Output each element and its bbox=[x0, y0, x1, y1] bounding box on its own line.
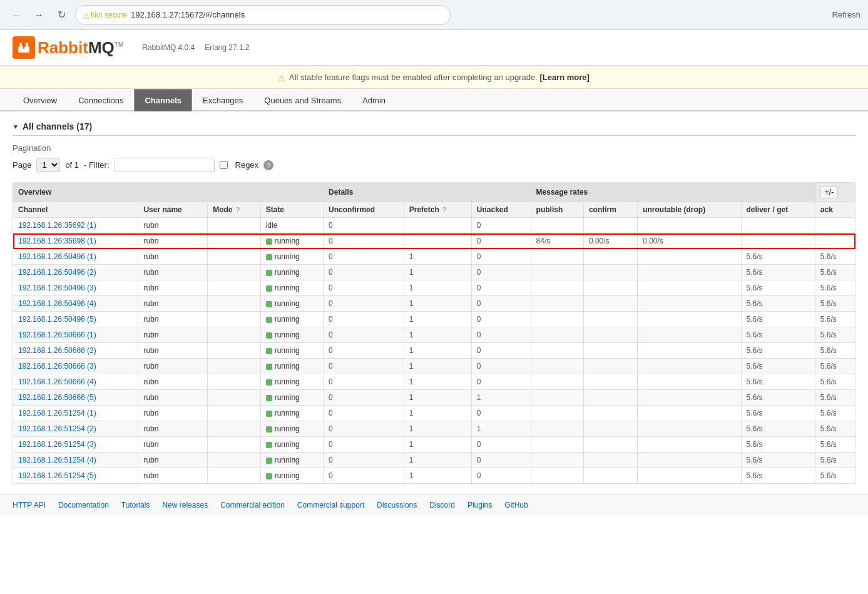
cell-deliver: 5.6/s bbox=[741, 249, 815, 265]
cell-state: running bbox=[260, 327, 323, 343]
regex-help-icon[interactable]: ? bbox=[263, 160, 273, 170]
channel-link[interactable]: 192.168.1.26:50496 (5) bbox=[18, 315, 96, 324]
footer-link[interactable]: Tutorials bbox=[121, 501, 150, 510]
collapse-triangle[interactable]: ▼ bbox=[13, 123, 19, 130]
channel-link[interactable]: 192.168.1.26:51254 (2) bbox=[18, 424, 96, 433]
cell-mode bbox=[208, 468, 261, 484]
plus-minus-cell[interactable]: +/- bbox=[815, 183, 855, 202]
forward-button[interactable]: → bbox=[30, 6, 48, 24]
footer-link[interactable]: Discussions bbox=[377, 501, 417, 510]
cell-mode bbox=[208, 406, 261, 421]
cell-publish bbox=[531, 437, 583, 453]
cell-mode bbox=[208, 453, 261, 468]
cell-unacked: 0 bbox=[471, 406, 531, 421]
learn-more-link[interactable]: [Learn more] bbox=[539, 73, 589, 82]
channel-link[interactable]: 192.168.1.26:50496 (3) bbox=[18, 284, 96, 292]
address-bar[interactable]: △ Not secure 192.168.1.27:15672/#/channe… bbox=[75, 5, 451, 25]
channel-link[interactable]: 192.168.1.26:51254 (4) bbox=[18, 456, 96, 464]
channel-link[interactable]: 192.168.1.26:50496 (2) bbox=[18, 268, 96, 277]
cell-unroutable bbox=[638, 374, 741, 390]
cell-prefetch: 1 bbox=[404, 249, 471, 265]
cell-confirm bbox=[583, 280, 637, 296]
channel-link[interactable]: 192.168.1.26:50496 (4) bbox=[18, 299, 96, 308]
channel-link[interactable]: 192.168.1.26:35692 (1) bbox=[18, 221, 96, 230]
tab-exchanges[interactable]: Exchanges bbox=[192, 89, 253, 111]
mode-help-icon[interactable]: ? bbox=[236, 207, 240, 213]
cell-state: running bbox=[260, 437, 323, 453]
footer-link[interactable]: GitHub bbox=[504, 501, 528, 510]
col-unroutable: unroutable (drop) bbox=[638, 202, 741, 218]
footer-link[interactable]: Documentation bbox=[58, 501, 109, 510]
cell-state: running bbox=[260, 421, 323, 437]
cell-channel: 192.168.1.26:50496 (5) bbox=[13, 312, 138, 327]
logo: RabbitMQTM bbox=[13, 36, 123, 59]
channel-link[interactable]: 192.168.1.26:35698 (1) bbox=[18, 237, 96, 245]
col-state: State bbox=[260, 202, 323, 218]
channel-link[interactable]: 192.168.1.26:51254 (3) bbox=[18, 440, 96, 449]
cell-deliver: 5.6/s bbox=[741, 453, 815, 468]
tab-admin[interactable]: Admin bbox=[352, 89, 396, 111]
back-button[interactable]: ← bbox=[8, 6, 25, 24]
channel-link[interactable]: 192.168.1.26:51254 (5) bbox=[18, 471, 96, 480]
status-dot bbox=[266, 254, 272, 260]
footer-link[interactable]: Discord bbox=[429, 501, 455, 510]
cell-username: rubn bbox=[138, 233, 208, 249]
reload-button[interactable]: ↻ bbox=[53, 6, 70, 24]
channel-link[interactable]: 192.168.1.26:50666 (4) bbox=[18, 377, 96, 386]
cell-channel: 192.168.1.26:50496 (4) bbox=[13, 296, 138, 312]
cell-username: rubn bbox=[138, 312, 208, 327]
regex-checkbox[interactable] bbox=[220, 161, 228, 169]
tab-overview[interactable]: Overview bbox=[13, 89, 68, 111]
cell-unroutable bbox=[638, 249, 741, 265]
cell-unacked: 0 bbox=[471, 327, 531, 343]
refresh-button[interactable]: Refresh bbox=[832, 10, 860, 19]
col-username: User name bbox=[138, 202, 208, 218]
channel-link[interactable]: 192.168.1.26:51254 (1) bbox=[18, 409, 96, 417]
channel-link[interactable]: 192.168.1.26:50496 (1) bbox=[18, 252, 96, 261]
channel-link[interactable]: 192.168.1.26:50666 (3) bbox=[18, 362, 96, 371]
tab-channels[interactable]: Channels bbox=[134, 89, 192, 111]
cell-username: rubn bbox=[138, 249, 208, 265]
table-row: 192.168.1.26:51254 (5) rubn running 0 1 … bbox=[13, 468, 855, 484]
cell-publish bbox=[531, 249, 583, 265]
cell-ack: 5.6/s bbox=[815, 374, 855, 390]
channel-link[interactable]: 192.168.1.26:50666 (5) bbox=[18, 393, 96, 402]
version-label: RabbitMQ 4.0.4 bbox=[142, 43, 195, 52]
cell-prefetch: 1 bbox=[404, 437, 471, 453]
channel-link[interactable]: 192.168.1.26:50666 (1) bbox=[18, 330, 96, 339]
cell-deliver: 5.6/s bbox=[741, 437, 815, 453]
footer-link[interactable]: New releases bbox=[162, 501, 208, 510]
cell-confirm bbox=[583, 327, 637, 343]
cell-publish bbox=[531, 296, 583, 312]
col-unconfirmed: Unconfirmed bbox=[324, 202, 404, 218]
cell-username: rubn bbox=[138, 453, 208, 468]
cell-unacked: 0 bbox=[471, 296, 531, 312]
footer-link[interactable]: Plugins bbox=[467, 501, 492, 510]
cell-unacked: 0 bbox=[471, 468, 531, 484]
cell-channel: 192.168.1.26:35692 (1) bbox=[13, 218, 138, 233]
filter-input[interactable] bbox=[115, 158, 215, 172]
cell-unroutable bbox=[638, 280, 741, 296]
cell-confirm bbox=[583, 390, 637, 406]
cell-unacked: 0 bbox=[471, 453, 531, 468]
channel-link[interactable]: 192.168.1.26:50666 (2) bbox=[18, 346, 96, 355]
status-dot bbox=[266, 426, 272, 433]
url-text: 192.168.1.27:15672/#/channels bbox=[131, 10, 245, 19]
footer-link[interactable]: Commercial support bbox=[297, 501, 364, 510]
tab-queues[interactable]: Queues and Streams bbox=[253, 89, 352, 111]
cell-ack: 5.6/s bbox=[815, 359, 855, 374]
tab-connections[interactable]: Connections bbox=[68, 89, 134, 111]
plus-minus-button[interactable]: +/- bbox=[820, 186, 838, 198]
prefetch-help-icon[interactable]: ? bbox=[442, 207, 446, 213]
header-meta: RabbitMQ 4.0.4 Erlang 27.1.2 bbox=[142, 43, 249, 52]
cell-confirm bbox=[583, 265, 637, 280]
col-unacked: Unacked bbox=[471, 202, 531, 218]
cell-confirm bbox=[583, 312, 637, 327]
footer-link[interactable]: HTTP API bbox=[13, 501, 46, 510]
cell-deliver: 5.6/s bbox=[741, 327, 815, 343]
cell-confirm bbox=[583, 453, 637, 468]
cell-unconfirmed: 0 bbox=[324, 265, 404, 280]
cell-mode bbox=[208, 421, 261, 437]
page-select[interactable]: 1 bbox=[36, 158, 60, 172]
footer-link[interactable]: Commercial edition bbox=[220, 501, 285, 510]
